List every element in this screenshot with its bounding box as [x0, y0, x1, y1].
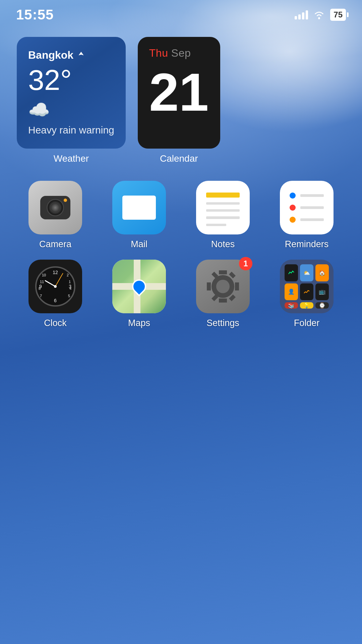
- folder-label: Folder: [294, 318, 320, 328]
- mail-envelope: [122, 196, 156, 220]
- cloud-icon: ☁️: [28, 100, 114, 120]
- status-bar: 15:55 75: [0, 0, 362, 27]
- status-time: 15:55: [16, 7, 54, 23]
- wifi-icon: [313, 10, 325, 20]
- clock-num-6: 6: [54, 298, 57, 303]
- clock-num-5: 5: [68, 294, 70, 298]
- camera-body: [40, 196, 70, 219]
- notes-line-3: [206, 216, 240, 219]
- notes-line-1: [206, 202, 240, 205]
- weather-widget-container: Bangkok 32° ☁️ Heavy rain warning Weathe…: [17, 37, 126, 164]
- maps-pin-container: [132, 279, 146, 293]
- widgets-row: Bangkok 32° ☁️ Heavy rain warning Weathe…: [17, 37, 345, 164]
- calendar-widget[interactable]: Thu Sep 21: [138, 37, 220, 149]
- notes-line-2: [206, 209, 240, 212]
- battery-indicator: 75: [330, 9, 346, 21]
- clock-num-2: 2: [67, 273, 69, 277]
- clock-num-1: 1: [69, 280, 71, 284]
- notes-lines: [206, 189, 240, 226]
- maps-background: [112, 260, 166, 313]
- reminder-line-2: [300, 206, 324, 209]
- settings-icon: 1: [196, 260, 250, 313]
- folder-app-contacts: 👤: [285, 283, 298, 301]
- camera-label: Camera: [39, 239, 71, 250]
- reminder-item-1: [290, 193, 324, 199]
- app-grid: Camera Mail Not: [17, 181, 345, 328]
- reminders-label: Reminders: [285, 239, 329, 250]
- status-right: 75: [295, 9, 346, 21]
- app-mail[interactable]: Mail: [101, 181, 178, 250]
- notes-header-bar: [206, 193, 240, 198]
- folder-app-watch: ⌚: [315, 302, 329, 309]
- folder-app-stocks: [285, 264, 298, 281]
- signal-bar-2: [298, 14, 301, 19]
- folder-app-tips: 💡: [300, 302, 313, 309]
- reminder-line-1: [300, 194, 324, 197]
- reminder-item-2: [290, 205, 324, 211]
- folder-app-books: 📚: [285, 302, 298, 309]
- folder-app-weather: ⛅: [300, 264, 313, 281]
- clock-icon: 12 3 6 9 2 10 7 5 11 1 8 4: [28, 260, 82, 313]
- signal-bar-1: [295, 16, 297, 19]
- reminder-line-3: [300, 218, 324, 221]
- mail-label: Mail: [131, 239, 147, 250]
- weather-temperature: 32°: [28, 65, 114, 94]
- clock-face: 12 3 6 9 2 10 7 5 11 1 8 4: [35, 266, 75, 307]
- reminder-dot-red: [290, 205, 296, 211]
- clock-center-dot: [54, 285, 57, 288]
- clock-num-4: 4: [69, 286, 71, 290]
- svg-point-0: [318, 17, 320, 19]
- battery-level: 75: [334, 10, 343, 19]
- maps-label: Maps: [128, 318, 150, 328]
- camera-lens: [47, 199, 64, 216]
- gear-svg: [204, 268, 241, 305]
- clock-label: Clock: [44, 318, 67, 328]
- home-screen-content: Bangkok 32° ☁️ Heavy rain warning Weathe…: [0, 27, 362, 328]
- app-clock[interactable]: 12 3 6 9 2 10 7 5 11 1 8 4: [17, 260, 94, 328]
- notes-icon: [196, 181, 250, 234]
- settings-label: Settings: [206, 318, 239, 328]
- weather-city: Bangkok: [28, 49, 114, 61]
- reminder-dot-blue: [290, 193, 296, 199]
- signal-icon: [295, 10, 308, 19]
- app-reminders[interactable]: Reminders: [268, 181, 345, 250]
- maps-location-pin: [129, 276, 149, 296]
- calendar-day-short: Thu: [149, 47, 168, 59]
- camera-dot: [64, 199, 67, 202]
- clock-num-7: 7: [40, 294, 42, 298]
- app-notes[interactable]: Notes: [184, 181, 261, 250]
- location-arrow-icon: [77, 51, 85, 60]
- app-folder[interactable]: ⛅ 🏠 👤 📺 📚: [268, 260, 345, 328]
- calendar-header: Thu Sep: [149, 47, 191, 59]
- folder-grid: ⛅ 🏠 👤 📺 📚: [280, 260, 334, 313]
- weather-description: Heavy rain warning: [28, 123, 114, 137]
- folder-app-stocks2: [300, 283, 313, 301]
- camera-icon: [28, 181, 82, 234]
- maps-icon: [112, 260, 166, 313]
- weather-widget[interactable]: Bangkok 32° ☁️ Heavy rain warning: [17, 37, 126, 149]
- app-camera[interactable]: Camera: [17, 181, 94, 250]
- reminders-list: [286, 189, 327, 226]
- folder-icon: ⛅ 🏠 👤 📺 📚: [280, 260, 334, 313]
- clock-num-11: 11: [40, 280, 44, 284]
- calendar-widget-container: Thu Sep 21 Calendar: [138, 37, 220, 164]
- folder-app-home: 🏠: [315, 264, 329, 281]
- weather-label: Weather: [54, 153, 89, 164]
- mail-flap: [122, 198, 156, 210]
- calendar-month-short: Sep: [171, 47, 191, 59]
- settings-badge: 1: [239, 257, 252, 270]
- clock-num-10: 10: [42, 273, 46, 277]
- notes-label: Notes: [211, 239, 235, 250]
- notes-line-4: [206, 224, 226, 226]
- signal-bar-3: [302, 12, 304, 19]
- reminder-item-3: [290, 217, 324, 223]
- signal-bar-4: [306, 10, 308, 19]
- calendar-label: Calendar: [160, 153, 198, 164]
- app-maps[interactable]: Maps: [101, 260, 178, 328]
- folder-app-tv: 📺: [315, 283, 329, 301]
- clock-num-8: 8: [39, 286, 41, 290]
- reminders-icon: [280, 181, 334, 234]
- app-settings[interactable]: 1: [184, 260, 261, 328]
- mail-icon: [112, 181, 166, 234]
- reminder-dot-orange: [290, 217, 296, 223]
